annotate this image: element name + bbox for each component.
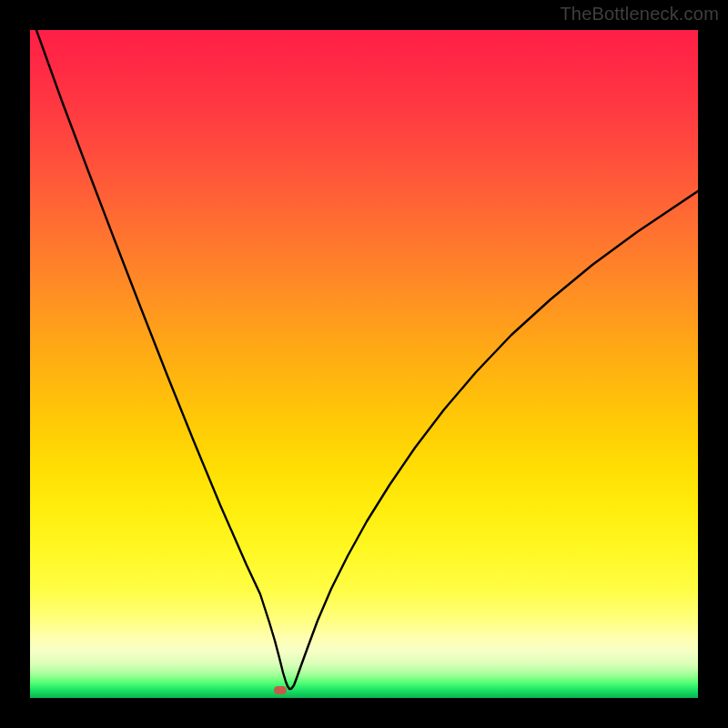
chart-frame: TheBottleneck.com xyxy=(0,0,728,728)
watermark-text: TheBottleneck.com xyxy=(560,4,719,25)
curve-path xyxy=(36,30,698,689)
bottleneck-curve xyxy=(30,30,698,698)
plot-area xyxy=(30,30,698,698)
minimum-marker xyxy=(274,686,287,694)
